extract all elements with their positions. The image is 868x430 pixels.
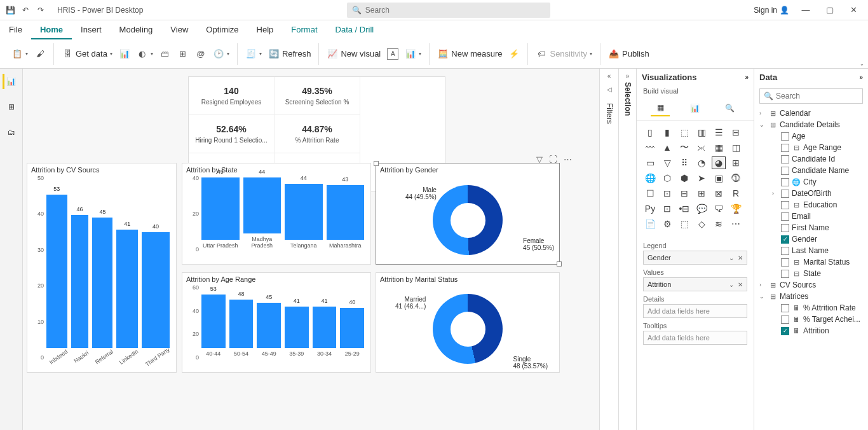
bar[interactable]: 48 — [229, 300, 254, 348]
redo-icon[interactable]: ↷ — [36, 5, 46, 15]
viz-type-icon[interactable]: ⬢ — [677, 172, 691, 184]
field-checkbox[interactable] — [781, 304, 789, 312]
datahub-icon[interactable]: ◐▾ — [137, 48, 153, 60]
refresh-button[interactable]: 🔄Refresh — [268, 48, 311, 60]
tooltips-well[interactable]: Add data fields here — [643, 331, 747, 345]
field-checkbox[interactable] — [781, 155, 789, 163]
quick-measure-button[interactable]: ⚡ — [508, 48, 520, 60]
chevron-down-icon[interactable]: ⌄ — [729, 281, 734, 288]
viz-type-icon[interactable]: ⠿ — [677, 156, 691, 169]
collapse-icon[interactable]: » — [859, 74, 863, 81]
field-node[interactable]: Last Name — [758, 245, 864, 256]
bar[interactable]: 40 — [340, 308, 364, 348]
viz-type-icon[interactable]: ▥ — [695, 126, 709, 139]
viz-type-icon[interactable]: ◫ — [729, 141, 743, 154]
tab-optimize[interactable]: Optimize — [197, 20, 247, 39]
field-checkbox[interactable] — [781, 167, 789, 175]
kpi-card[interactable]: 52.64%Hiring Round 1 Selectio... — [189, 115, 275, 153]
excel-source-icon[interactable]: 📊 — [119, 48, 130, 60]
viz-type-icon[interactable]: 📄 — [643, 218, 657, 230]
selection-pane[interactable]: » Selection — [618, 69, 636, 430]
tab-format[interactable]: Format — [282, 20, 326, 39]
paste-button[interactable]: 📋▾ — [11, 48, 28, 60]
field-node[interactable]: ⊟Education — [758, 199, 864, 211]
tab-help[interactable]: Help — [248, 20, 283, 39]
bar[interactable]: 41 — [313, 307, 337, 348]
chart-attrition-state[interactable]: Attrition by State 40200 49Uttar Pradesh… — [182, 163, 371, 265]
viz-type-icon[interactable]: ⊟ — [729, 126, 743, 139]
field-node[interactable]: 🖩% Target Achei... — [758, 314, 864, 325]
viz-type-icon[interactable]: ◕ — [712, 156, 726, 169]
field-checkbox[interactable] — [781, 201, 789, 209]
viz-type-icon[interactable]: ⊡ — [660, 187, 674, 200]
bar[interactable]: 44 — [285, 184, 323, 240]
field-checkbox[interactable]: ✓ — [781, 327, 789, 335]
more-visuals-button[interactable]: 📊▾ — [405, 48, 421, 60]
get-data-button[interactable]: 🗄Get data▾ — [62, 48, 112, 60]
viz-type-icon[interactable]: ▣ — [712, 172, 726, 184]
global-search[interactable]: 🔍 — [347, 3, 550, 18]
field-node[interactable]: Age — [758, 130, 864, 142]
new-measure-button[interactable]: 🧮New measure — [437, 48, 502, 60]
minimize-button[interactable]: — — [798, 5, 813, 15]
bar[interactable]: 45 — [257, 303, 281, 348]
fields-search[interactable]: 🔍 — [759, 88, 863, 104]
viz-type-icon[interactable]: ◔ — [695, 156, 709, 169]
signin-button[interactable]: Sign in 👤 — [754, 6, 789, 15]
close-button[interactable]: ✕ — [846, 5, 862, 15]
tab-home[interactable]: Home — [31, 20, 72, 39]
chart-attrition-marital[interactable]: Attrition by Marital Status Married41 (4… — [376, 272, 560, 373]
tab-insert[interactable]: Insert — [72, 20, 111, 39]
more-options-icon[interactable]: ⋯ — [564, 155, 572, 164]
viz-type-icon[interactable]: ⓵ — [729, 172, 743, 184]
collapse-icon[interactable]: » — [745, 74, 749, 81]
field-node[interactable]: ›DateOfBirth — [758, 188, 864, 199]
field-node[interactable]: Candidate Id — [758, 153, 864, 165]
bar[interactable]: 53 — [46, 195, 67, 348]
viz-type-icon[interactable]: ▽ — [660, 156, 674, 169]
bar[interactable]: 41 — [285, 307, 309, 348]
viz-type-icon[interactable]: ⊡ — [660, 202, 674, 215]
viz-type-icon[interactable]: ☰ — [712, 126, 726, 139]
chart-attrition-gender[interactable]: Attrition by Gender Male44 (49.5%) Femal… — [376, 163, 560, 265]
textbox-button[interactable]: A — [387, 48, 398, 60]
viz-type-icon[interactable]: ⬡ — [660, 172, 674, 184]
search-input[interactable] — [365, 6, 545, 15]
viz-type-icon[interactable]: 〰 — [643, 141, 657, 154]
transform-data-button[interactable]: 🧾▾ — [245, 48, 262, 60]
report-canvas[interactable]: 140Resigned Employees49.35%Screening Sel… — [23, 69, 599, 430]
build-tab-icon[interactable]: ▦ — [651, 100, 670, 116]
dataverse-icon[interactable]: @ — [195, 48, 207, 60]
field-checkbox[interactable] — [781, 224, 789, 232]
restore-button[interactable]: ▢ — [822, 5, 837, 15]
viz-type-icon[interactable]: ➤ — [695, 172, 709, 184]
viz-type-icon[interactable]: 🌐 — [643, 172, 657, 184]
field-node[interactable]: 🌐City — [758, 176, 864, 188]
field-checkbox[interactable] — [781, 190, 789, 198]
bar[interactable]: 49 — [201, 177, 240, 240]
ribbon-expand-icon[interactable]: ⌄ — [860, 61, 864, 67]
viz-type-icon[interactable]: 💬 — [695, 202, 709, 215]
field-node[interactable]: First Name — [758, 222, 864, 233]
viz-type-icon[interactable]: ⬚ — [677, 218, 691, 230]
details-well[interactable]: Add data fields here — [643, 304, 747, 318]
tab-data-drill[interactable]: Data / Drill — [327, 20, 383, 39]
bar[interactable]: 40 — [142, 232, 170, 348]
chevron-icon[interactable]: ⌄ — [759, 293, 766, 300]
chart-attrition-age[interactable]: Attrition by Age Range 6040200 5340-4448… — [182, 272, 371, 373]
viz-type-icon[interactable]: R — [729, 187, 743, 200]
field-checkbox[interactable] — [781, 247, 789, 255]
tab-view[interactable]: View — [161, 20, 197, 39]
field-checkbox[interactable] — [781, 178, 789, 186]
report-view-icon[interactable]: 📊 — [3, 74, 18, 89]
collapse-icon[interactable]: « — [607, 73, 611, 80]
enter-data-icon[interactable]: ⊞ — [177, 48, 189, 60]
viz-type-icon[interactable]: ▲ — [660, 141, 674, 154]
field-node[interactable]: ⊟State — [758, 268, 864, 279]
recent-sources-icon[interactable]: 🕑▾ — [213, 48, 229, 60]
field-node[interactable]: ⌄⊞Candidate Details — [758, 119, 864, 130]
viz-type-icon[interactable]: 〜 — [677, 141, 691, 154]
filters-pane[interactable]: « ◁ Filters — [599, 69, 618, 430]
viz-type-icon[interactable]: ⊠ — [712, 187, 726, 200]
viz-type-icon[interactable]: ⊞ — [729, 156, 743, 169]
